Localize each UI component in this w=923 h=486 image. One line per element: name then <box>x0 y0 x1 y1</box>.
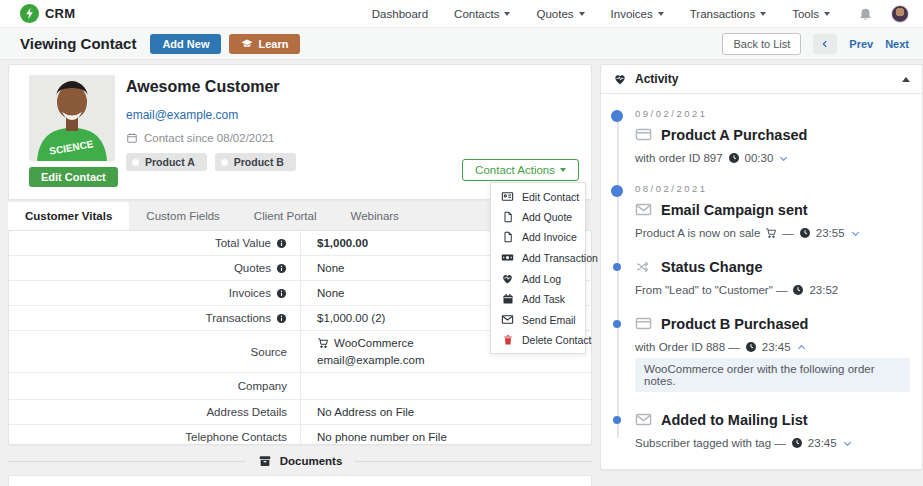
row-label: Address Details <box>206 406 287 418</box>
tab-custom-fields[interactable]: Custom Fields <box>129 202 237 230</box>
menu-add-task[interactable]: Add Task <box>491 289 585 309</box>
brand[interactable]: CRM <box>20 4 75 23</box>
trash-icon <box>501 334 514 346</box>
chevron-down-icon[interactable] <box>778 153 789 164</box>
cart-icon <box>765 227 777 239</box>
nav-dashboard[interactable]: Dashboard <box>372 8 428 20</box>
activity-event: 09/02/2021 Product A Purchased with orde… <box>635 108 910 164</box>
id-card-icon <box>501 190 514 203</box>
credit-card-icon <box>635 126 652 143</box>
activity-event: Product B Purchased with Order ID 888 — … <box>635 315 910 392</box>
documents-title: Documents <box>280 455 343 467</box>
event-time: 00:30 <box>745 152 774 164</box>
next-link[interactable]: Next <box>885 38 909 50</box>
menu-add-transaction[interactable]: Add Transaction <box>491 247 585 268</box>
activity-event: Status Change From "Lead" to "Customer" … <box>635 258 910 296</box>
nav-contacts[interactable]: Contacts <box>454 8 510 20</box>
tab-webinars[interactable]: Webinars <box>334 202 416 230</box>
file-icon <box>501 231 514 243</box>
event-title: Product B Purchased <box>661 316 808 332</box>
learn-button[interactable]: Learn <box>229 34 300 54</box>
info-icon[interactable] <box>276 288 287 299</box>
top-nav: CRM Dashboard Contacts Quotes Invoices T… <box>0 0 923 28</box>
nav-invoices[interactable]: Invoices <box>611 8 664 20</box>
nav-quotes[interactable]: Quotes <box>536 8 584 20</box>
event-time: 23:52 <box>809 284 838 296</box>
archive-box-icon <box>258 454 272 468</box>
nav-tools[interactable]: Tools <box>792 8 830 20</box>
chevron-down-icon[interactable] <box>850 228 861 239</box>
row-value: WooCommerce <box>334 337 414 349</box>
page-title: Viewing Contact <box>20 35 136 52</box>
timeline-dot <box>611 110 623 122</box>
clock-icon <box>792 284 804 296</box>
table-row: Address Details No Address on File <box>9 400 591 425</box>
menu-add-invoice[interactable]: Add Invoice <box>491 227 585 247</box>
timeline-dot <box>613 263 621 271</box>
chevron-up-icon[interactable] <box>796 342 807 353</box>
clock-icon <box>799 227 811 239</box>
info-icon[interactable] <box>276 263 287 274</box>
timeline-dot <box>613 320 621 328</box>
tag-product-b[interactable]: Product B <box>215 153 296 171</box>
event-time: 23:45 <box>808 437 837 449</box>
menu-send-email[interactable]: Send Email <box>491 309 585 330</box>
caret-down-icon <box>760 12 766 16</box>
collapse-caret-icon[interactable] <box>902 77 910 82</box>
crm-logo-icon <box>20 4 39 23</box>
menu-edit-contact[interactable]: Edit Contact <box>491 186 585 207</box>
chevron-left-button[interactable] <box>813 34 837 54</box>
documents-section: Documents <box>8 454 592 468</box>
meta-dash: — <box>782 227 794 239</box>
prev-link[interactable]: Prev <box>849 38 873 50</box>
back-to-list-button[interactable]: Back to List <box>722 33 801 55</box>
user-avatar[interactable] <box>891 5 909 23</box>
contact-email-link[interactable]: email@example.com <box>126 108 238 122</box>
row-label: Source <box>251 346 287 358</box>
notifications-bell-icon[interactable] <box>858 6 873 21</box>
menu-add-log[interactable]: Add Log <box>491 268 585 289</box>
activity-event: Contact Added Contact added to the CRM 2… <box>635 468 910 470</box>
row-label: Company <box>238 380 287 392</box>
clock-icon <box>791 437 803 449</box>
documents-card-top <box>8 475 592 486</box>
toolbar: Viewing Contact Add New Learn Back to Li… <box>0 28 923 60</box>
edit-contact-button[interactable]: Edit Contact <box>29 167 118 187</box>
contact-name: Awesome Customer <box>126 78 296 96</box>
tab-client-portal[interactable]: Client Portal <box>237 202 334 230</box>
brand-name: CRM <box>45 6 75 21</box>
contact-actions-button[interactable]: Contact Actions <box>462 159 579 181</box>
menu-delete-contact[interactable]: Delete Contact <box>491 330 585 350</box>
nav-transactions[interactable]: Transactions <box>690 8 766 20</box>
calendar-icon <box>126 132 138 144</box>
contact-photo: SCIENCE <box>29 75 115 161</box>
contact-panel: SCIENCE Edit Contact Awesome Customer em… <box>8 64 592 486</box>
menu-add-quote[interactable]: Add Quote <box>491 207 585 227</box>
event-title: Product A Purchased <box>661 127 807 143</box>
event-time: 23:55 <box>816 227 845 239</box>
info-icon[interactable] <box>276 313 287 324</box>
chevron-down-icon[interactable] <box>842 438 853 449</box>
info-icon[interactable] <box>276 238 287 249</box>
event-title: Email Campaign sent <box>661 202 808 218</box>
add-new-button[interactable]: Add New <box>150 34 221 54</box>
activity-event: Added to Mailing List Subscriber tagged … <box>635 411 910 449</box>
caret-down-icon <box>560 168 566 172</box>
calendar-icon <box>501 293 514 305</box>
tag-product-a[interactable]: Product A <box>126 153 207 171</box>
envelope-icon <box>635 201 652 218</box>
shuffle-icon <box>635 258 652 275</box>
caret-down-icon <box>658 12 664 16</box>
caret-down-icon <box>504 12 510 16</box>
table-row: Company <box>9 373 591 400</box>
event-meta: Product A is now on sale <box>635 227 760 239</box>
timeline-dot <box>613 416 621 424</box>
activity-event: 08/02/2021 Email Campaign sent Product A… <box>635 183 910 239</box>
row-label: Quotes <box>234 262 271 274</box>
row-value <box>301 373 591 399</box>
contact-card: SCIENCE Edit Contact Awesome Customer em… <box>8 64 592 200</box>
heart-pulse-icon <box>613 72 627 86</box>
row-value-secondary: email@example.com <box>317 354 591 366</box>
event-meta: with order ID 897 <box>635 152 723 164</box>
tab-customer-vitals[interactable]: Customer Vitals <box>8 202 129 230</box>
